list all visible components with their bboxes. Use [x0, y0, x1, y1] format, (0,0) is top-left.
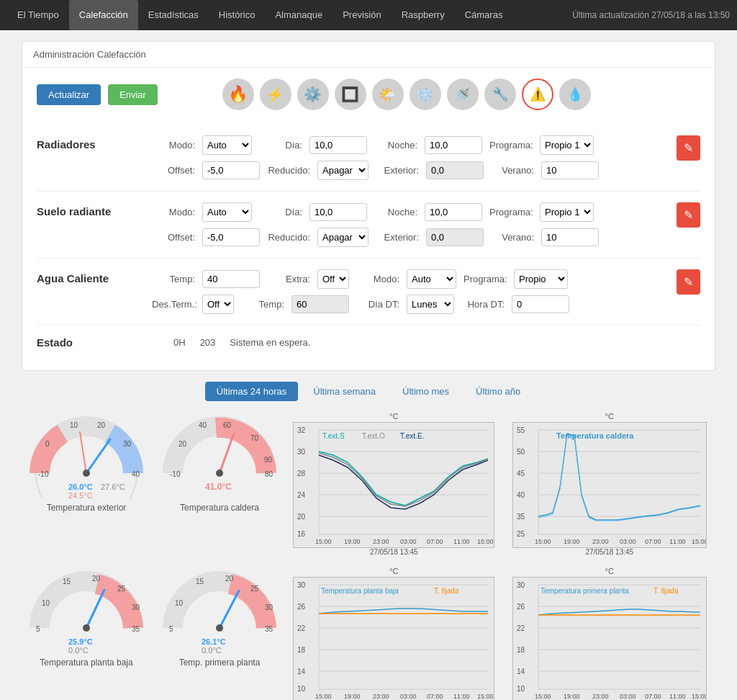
- nav-calefaccion[interactable]: Calefacción: [69, 0, 138, 30]
- estado-values: 0H 203 Sistema en espera.: [173, 337, 310, 348]
- svg-text:30: 30: [132, 603, 140, 611]
- agua-des-select[interactable]: OffOn: [202, 295, 234, 314]
- agua-temp-input[interactable]: [202, 270, 260, 288]
- radiadores-offset-input[interactable]: [202, 161, 260, 179]
- radiadores-exterior-input[interactable]: [426, 161, 484, 179]
- snowflake-icon[interactable]: ❄️: [410, 78, 441, 110]
- svg-text:11:00: 11:00: [453, 538, 470, 545]
- svg-text:30: 30: [297, 448, 306, 456]
- svg-text:0: 0: [45, 440, 50, 448]
- chart-caldera-yaxis-label: °C: [605, 412, 614, 421]
- chart-ext-xlabel: 27/05/18 13:45: [370, 548, 418, 556]
- radiadores-title: Radiadores: [37, 135, 152, 151]
- fire-icon[interactable]: 🔥: [222, 78, 254, 110]
- suelo-noche-input[interactable]: [425, 203, 482, 221]
- chart-planta-baja-wrap: °C 30 26 22 18 14 10 Temperatura planta …: [291, 567, 497, 700]
- radiadores-modo-select[interactable]: AutoManual: [202, 135, 252, 155]
- svg-line-67: [86, 590, 104, 628]
- nav-el-tiempo[interactable]: El Tiempo: [7, 0, 69, 30]
- agua-des-label: Des.Term.:: [152, 299, 195, 310]
- radiadores-config-button[interactable]: ✎: [677, 135, 700, 161]
- gauge-exterior: -10 0 10 20 30 40 26.0°C 24.5°C 27.6°C: [25, 412, 148, 498]
- svg-text:30: 30: [297, 581, 306, 589]
- chart-primera-planta-wrap: °C 30 26 22 18 14 10 Temperatura primera…: [507, 567, 713, 700]
- agua-title: Agua Caliente: [37, 269, 152, 284]
- water-icon[interactable]: 💧: [559, 78, 591, 110]
- radiadores-reducido-label: Reducido:: [267, 165, 310, 176]
- agua-extra-label: Extra:: [267, 274, 310, 284]
- radiadores-verano-input[interactable]: [541, 161, 599, 179]
- svg-text:26: 26: [517, 603, 525, 611]
- tab-semana[interactable]: Última semana: [302, 382, 387, 401]
- svg-text:07:00: 07:00: [645, 538, 661, 545]
- wrench-icon[interactable]: 🔧: [484, 78, 516, 110]
- agua-programa-select[interactable]: PropioPropio 1: [514, 269, 568, 289]
- svg-text:40: 40: [132, 470, 140, 478]
- agua-dia-dt-select[interactable]: LunesMartes: [407, 295, 454, 314]
- svg-line-2: [80, 432, 86, 473]
- suelo-modo-select[interactable]: AutoManual: [202, 202, 252, 222]
- svg-text:15:00: 15:00: [535, 693, 551, 700]
- nav-prevision[interactable]: Previsión: [333, 0, 391, 30]
- radiadores-programa-select[interactable]: Propio 1Propio 2: [540, 135, 594, 155]
- svg-text:-10: -10: [170, 470, 181, 478]
- svg-text:16: 16: [297, 530, 306, 538]
- chart-caldera-wrap: °C 55 50 45 40 35 25 Temperatura caldera: [507, 412, 713, 556]
- svg-text:15:00: 15:00: [315, 538, 332, 545]
- agua-config-button[interactable]: ✎: [677, 269, 700, 295]
- nav-historico[interactable]: Histórico: [209, 0, 266, 30]
- svg-text:10: 10: [297, 685, 306, 693]
- nav-estadisticas[interactable]: Estadísticas: [138, 0, 209, 30]
- panel-title: Administración Calefacción: [22, 42, 715, 68]
- svg-text:23:00: 23:00: [373, 693, 389, 700]
- radiator-icon[interactable]: 🔲: [335, 78, 366, 110]
- agua-temp2-input[interactable]: [291, 295, 349, 313]
- svg-text:10: 10: [517, 685, 525, 693]
- svg-text:0.0°C: 0.0°C: [68, 646, 89, 653]
- svg-text:30: 30: [517, 581, 525, 589]
- suelo-config-button[interactable]: ✎: [677, 202, 700, 228]
- alert-icon[interactable]: ⚠️: [522, 78, 553, 110]
- chart-ext-yaxis-label: °C: [389, 412, 398, 421]
- agua-hora-dt-input[interactable]: [512, 295, 569, 313]
- nav-camaras[interactable]: Cámaras: [455, 0, 513, 30]
- radiadores-noche-label: Noche:: [374, 140, 417, 151]
- suelo-dia-input[interactable]: [309, 203, 367, 221]
- chart-primera-planta: 30 26 22 18 14 10 Temperatura primera pl…: [512, 577, 707, 700]
- agua-extra-select[interactable]: OffOn: [317, 269, 349, 289]
- svg-text:20: 20: [92, 575, 101, 583]
- radiadores-noche-input[interactable]: [425, 136, 482, 154]
- tap-icon[interactable]: 🚿: [447, 78, 479, 110]
- svg-text:07:00: 07:00: [427, 693, 443, 700]
- suelo-offset-input[interactable]: [202, 228, 260, 246]
- svg-text:35: 35: [517, 513, 525, 521]
- svg-text:25: 25: [117, 585, 126, 593]
- svg-text:10: 10: [70, 421, 78, 429]
- fan-icon[interactable]: ⚙️: [297, 78, 329, 110]
- tab-mes[interactable]: Último mes: [391, 382, 461, 401]
- svg-text:07:00: 07:00: [427, 538, 443, 545]
- radiadores-reducido-select[interactable]: ApagarReducir: [317, 161, 368, 180]
- enviar-button[interactable]: Enviar: [108, 84, 158, 105]
- svg-text:70: 70: [250, 434, 259, 442]
- svg-text:25.9°C: 25.9°C: [68, 637, 93, 646]
- svg-line-78: [220, 591, 239, 628]
- sun-icon[interactable]: 🌤️: [372, 78, 404, 110]
- actualizar-button[interactable]: Actualizar: [37, 84, 101, 105]
- suelo-exterior-input[interactable]: [426, 228, 484, 246]
- nav-raspberry[interactable]: Raspberry: [392, 0, 455, 30]
- agua-modo-select[interactable]: AutoManual: [407, 269, 456, 289]
- suelo-verano-input[interactable]: [541, 228, 599, 246]
- nav-almanaque[interactable]: Almanaque: [265, 0, 333, 30]
- suelo-programa-select[interactable]: Propio 1Propio 2: [540, 202, 594, 222]
- suelo-exterior-label: Exterior:: [376, 232, 419, 243]
- svg-text:10: 10: [175, 599, 184, 607]
- radiadores-dia-input[interactable]: [309, 136, 367, 154]
- tab-año[interactable]: Último año: [464, 382, 532, 401]
- suelo-reducido-select[interactable]: ApagarReducir: [317, 228, 368, 247]
- lightning-icon[interactable]: ⚡: [260, 78, 291, 110]
- estado-h: 0H: [173, 337, 186, 348]
- suelo-section: Suelo radiante Modo: AutoManual Día: Noc…: [37, 192, 700, 259]
- tab-24h[interactable]: Últimas 24 horas: [205, 382, 299, 401]
- svg-text:15:00: 15:00: [477, 538, 494, 545]
